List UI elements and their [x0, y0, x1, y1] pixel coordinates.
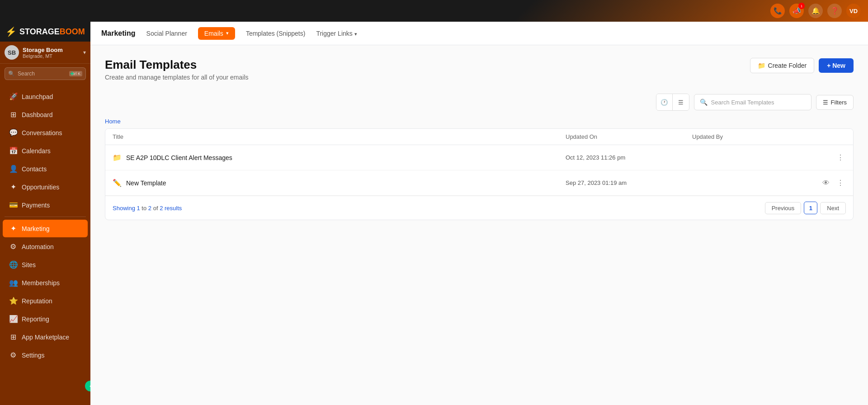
new-button[interactable]: + New: [819, 58, 854, 73]
sidebar-logo[interactable]: ⚡ STORAGEBOOM: [0, 22, 90, 42]
subnav-item-trigger-links[interactable]: Trigger Links ▾: [316, 28, 357, 39]
sidebar-nav: 🚀 Launchpad ⊞ Dashboard 💬 Conversations …: [0, 84, 90, 405]
sidebar-item-payments[interactable]: 💳 Payments: [3, 196, 88, 214]
logo-icon: ⚡: [5, 26, 17, 37]
account-switcher[interactable]: SB Storage Boom Belgrade, MT ▾: [0, 42, 90, 64]
sidebar-item-memberships[interactable]: 👥 Memberships: [3, 274, 88, 292]
row-title-cell: ✏️ New Template: [113, 179, 566, 187]
logo-storage: STORAGEBOOM: [19, 27, 85, 37]
sidebar-item-launchpad[interactable]: 🚀 Launchpad: [3, 88, 88, 105]
subnav-item-social-planner[interactable]: Social Planner: [146, 28, 187, 39]
topbar: 📞 📣 1 🔔 ❓ VD: [0, 0, 868, 22]
opportunities-icon: ✦: [9, 183, 17, 191]
app-marketplace-icon: ⊞: [9, 333, 17, 341]
subnav-item-emails[interactable]: Emails ▾: [198, 27, 235, 40]
chevron-down-icon: ▾: [83, 49, 86, 56]
breadcrumb[interactable]: Home: [105, 118, 854, 125]
preview-icon[interactable]: 👁: [821, 177, 831, 189]
sidebar-item-label: Launchpad: [22, 93, 53, 100]
sidebar-item-label: Reputation: [22, 297, 52, 305]
column-title: Title: [113, 133, 566, 140]
table-header: Title Updated On Updated By: [105, 129, 853, 145]
page-header-actions: 📁 Create Folder + New: [750, 58, 854, 73]
user-avatar[interactable]: VD: [846, 4, 861, 18]
filters-button[interactable]: ☰ Filters: [816, 95, 854, 110]
row-title-cell: 📁 SE A2P 10DLC Client Alert Messages: [113, 153, 566, 162]
view-toggle-group: 🕐 ☰: [656, 94, 689, 111]
sidebar-item-label: Reporting: [22, 316, 49, 323]
sidebar-item-automation[interactable]: ⚙ Automation: [3, 238, 88, 255]
sidebar-item-opportunities[interactable]: ✦ Opportunities: [3, 178, 88, 196]
sites-icon: 🌐: [9, 260, 17, 269]
content-area: Email Templates Create and manage templa…: [90, 45, 868, 405]
page-header: Email Templates Create and manage templa…: [105, 58, 854, 81]
column-updated-by: Updated By: [692, 133, 819, 140]
sidebar-item-settings[interactable]: ⚙ Settings: [3, 346, 88, 364]
help-icon-btn[interactable]: ❓: [827, 4, 842, 18]
sidebar-search-area: 🔍 ctrl K +: [0, 64, 90, 84]
account-info: Storage Boom Belgrade, MT: [23, 47, 80, 59]
phone-icon-btn[interactable]: 📞: [770, 4, 785, 18]
chevron-down-icon: ▾: [226, 30, 229, 36]
sidebar-item-contacts[interactable]: 👤 Contacts: [3, 160, 88, 178]
email-templates-table: Title Updated On Updated By 📁 SE A2P 10D…: [105, 128, 854, 220]
sidebar-item-label: Automation: [22, 243, 54, 250]
sidebar-item-reputation[interactable]: ⭐ Reputation: [3, 292, 88, 310]
filter-icon: ☰: [823, 99, 828, 106]
sidebar-item-sites[interactable]: 🌐 Sites: [3, 256, 88, 273]
sidebar-item-label: Opportunities: [22, 184, 59, 191]
more-options-icon[interactable]: ⋮: [835, 177, 846, 189]
row-actions-cell: ⋮: [819, 151, 846, 164]
sidebar-item-label: Memberships: [22, 279, 60, 287]
sidebar-item-label: Conversations: [22, 129, 62, 137]
sidebar-item-dashboard[interactable]: ⊞ Dashboard: [3, 106, 88, 123]
contacts-icon: 👤: [9, 165, 17, 173]
subnav-title: Marketing: [101, 29, 136, 38]
add-button[interactable]: +: [70, 70, 74, 78]
sidebar-item-label: Calendars: [22, 147, 51, 155]
sidebar-item-label: Payments: [22, 202, 50, 209]
table-row[interactable]: ✏️ New Template Sep 27, 2023 01:19 am 👁 …: [105, 170, 853, 196]
next-button[interactable]: Next: [820, 202, 846, 214]
sidebar: ⚡ STORAGEBOOM SB Storage Boom Belgrade, …: [0, 22, 90, 405]
payments-icon: 💳: [9, 201, 17, 209]
previous-button[interactable]: Previous: [765, 202, 802, 214]
sidebar-item-label: Settings: [22, 352, 45, 359]
table-row[interactable]: 📁 SE A2P 10DLC Client Alert Messages Oct…: [105, 145, 853, 170]
sidebar-item-calendars[interactable]: 📅 Calendars: [3, 142, 88, 160]
reporting-icon: 📈: [9, 315, 17, 323]
sidebar-item-app-marketplace[interactable]: ⊞ App Marketplace: [3, 328, 88, 346]
sidebar-item-label: Contacts: [22, 165, 47, 173]
page-header-left: Email Templates Create and manage templa…: [105, 58, 249, 81]
search-box: 🔍: [694, 94, 811, 110]
search-templates-input[interactable]: [711, 99, 806, 106]
sidebar-item-label: Sites: [22, 261, 36, 268]
sidebar-item-conversations[interactable]: 💬 Conversations: [3, 124, 88, 141]
bell-icon-btn[interactable]: 🔔: [808, 4, 823, 18]
notification-badge: 1: [798, 3, 805, 9]
memberships-icon: 👥: [9, 278, 17, 287]
reputation-icon: ⭐: [9, 297, 17, 305]
dashboard-icon: ⊞: [9, 110, 17, 119]
column-updated-on: Updated On: [566, 133, 692, 140]
row-actions-cell: 👁 ⋮: [819, 177, 846, 189]
table-footer: Showing 1 to 2 of 2 results Previous 1 N…: [105, 196, 853, 220]
subnav-item-templates-snippets[interactable]: Templates (Snippets): [246, 28, 306, 39]
edit-icon: ✏️: [113, 179, 122, 187]
sidebar-item-label: Marketing: [22, 225, 49, 232]
list-view-button[interactable]: ☰: [673, 94, 689, 110]
toolbar: 🕐 ☰ 🔍 ☰ Filters: [105, 94, 854, 111]
page-subtitle: Create and manage templates for all of y…: [105, 74, 249, 81]
sidebar-item-reporting[interactable]: 📈 Reporting: [3, 310, 88, 328]
folder-icon: 📁: [113, 153, 122, 162]
page-number-1[interactable]: 1: [804, 202, 817, 214]
more-options-icon[interactable]: ⋮: [835, 151, 846, 164]
conversations-icon: 💬: [9, 128, 17, 137]
calendars-icon: 📅: [9, 146, 17, 155]
settings-icon: ⚙: [9, 351, 17, 359]
megaphone-icon-btn[interactable]: 📣 1: [789, 4, 804, 18]
create-folder-button[interactable]: 📁 Create Folder: [750, 58, 815, 73]
clock-view-button[interactable]: 🕐: [656, 94, 673, 110]
folder-icon: 📁: [758, 62, 765, 69]
sidebar-item-marketing[interactable]: ✦ Marketing: [3, 220, 88, 237]
